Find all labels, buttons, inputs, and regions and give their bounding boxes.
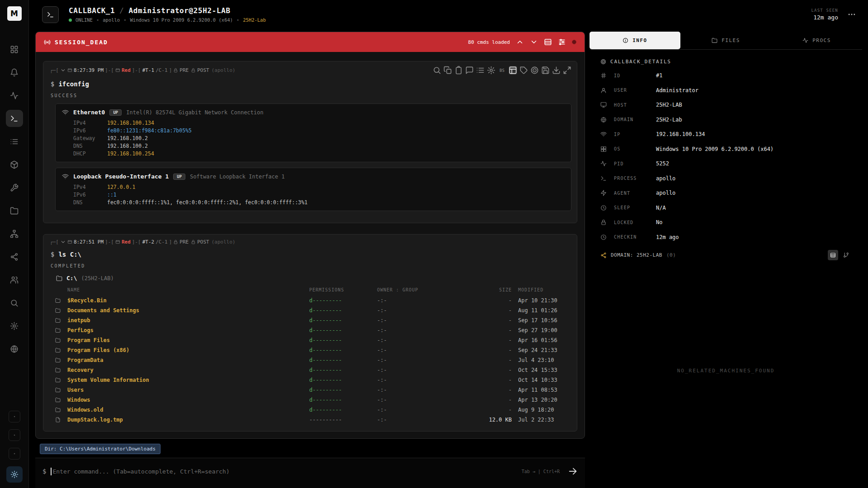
last-seen-label: LAST SEEN [811, 8, 838, 13]
tab-procs[interactable]: PROCS [771, 32, 862, 49]
sidebar-item-terminal[interactable] [6, 110, 23, 127]
file-name: Program Files (x86) [67, 347, 309, 353]
network-interface-card: Ethernet0 UP Intel(R) 82574L Gigabit Net… [55, 103, 571, 162]
bullet-separator: • [96, 17, 99, 23]
file-owner-group: -:- [377, 347, 464, 353]
sidebar-item-notifications[interactable] [6, 64, 23, 81]
sidebar-item-tools[interactable] [6, 179, 23, 196]
sidebar-indicator-3[interactable] [9, 448, 20, 460]
detail-label: USER [614, 88, 656, 93]
sidebar-indicator-2[interactable] [9, 429, 20, 441]
sidebar-item-network[interactable] [6, 340, 23, 357]
file-modified: Jul 4 23:10 [512, 357, 571, 363]
callback-header: CALLBACK_1 / Administrator@25H2-LAB ONLI… [29, 0, 868, 29]
property-label: DNS [73, 143, 107, 149]
folder-icon [55, 298, 61, 303]
sidebar-item-tasks[interactable] [6, 133, 23, 150]
save-toolbar-button[interactable] [541, 66, 550, 75]
search-toolbar-button[interactable] [433, 66, 441, 75]
file-row[interactable]: Documents and Settings d--------- -:- - … [55, 305, 571, 315]
sidebar-item-files[interactable] [6, 202, 23, 219]
sidebar-item-search[interactable] [6, 294, 23, 311]
file-row[interactable]: inetpub d--------- -:- - Sep 17 10:56 [55, 315, 571, 325]
task-block-1: ┌─[ 8:27:39 PM ]-[ Red ]-[ #T-1 /C-1 ] P… [43, 61, 577, 223]
list-toolbar-button[interactable] [476, 66, 485, 75]
detail-label: IP [614, 132, 656, 137]
sidebar-settings-button[interactable] [6, 466, 23, 483]
file-size: - [464, 327, 512, 333]
detail-label: PID [614, 161, 656, 166]
folder-icon [55, 407, 61, 413]
listing-columns: NAME PERMISSIONS OWNER : GROUP SIZE MODI… [55, 286, 571, 296]
clipboard-toolbar-button[interactable] [454, 66, 463, 75]
sidebar-indicator-1[interactable] [9, 411, 20, 422]
pre-hook-label: PRE [179, 67, 189, 73]
sidebar-item-hierarchy[interactable] [6, 225, 23, 242]
sidebar-item-graph[interactable] [6, 248, 23, 265]
filter-button[interactable] [558, 38, 566, 46]
domain-table-view-button[interactable] [828, 250, 838, 260]
online-status-label: ONLINE [75, 17, 93, 23]
file-owner-group: -:- [377, 357, 464, 363]
sidebar-item-settings[interactable] [6, 317, 23, 334]
tab-files[interactable]: FILES [680, 32, 771, 49]
info-icon [623, 38, 628, 43]
file-size: - [464, 367, 512, 373]
header-menu-button[interactable] [847, 10, 856, 19]
target-toolbar-button[interactable] [530, 66, 539, 75]
detail-row-agent: AGENT apollo [600, 186, 851, 201]
sidebar-item-activity[interactable] [6, 87, 23, 104]
sidebar-item-payloads[interactable] [6, 156, 23, 173]
file-owner-group: -:- [377, 317, 464, 324]
domain-graph-view-button[interactable] [841, 250, 851, 260]
collapse-task-button[interactable] [60, 239, 66, 245]
file-row[interactable]: Program Files (x86) d--------- -:- - Sep… [55, 345, 571, 355]
file-permissions: d--------- [309, 387, 377, 393]
task-agent: (apollo) [212, 239, 236, 245]
post-hook-label: POST [197, 67, 209, 73]
file-row[interactable]: Recovery d--------- -:- - Oct 24 15:33 [55, 365, 571, 375]
view-rows-button[interactable] [544, 38, 552, 46]
file-row[interactable]: Windows.old d--------- -:- - Aug 9 18:20 [55, 405, 571, 415]
file-row[interactable]: Windows d--------- -:- - Apr 13 20:20 [55, 395, 571, 405]
tab-info[interactable]: INFO [590, 32, 680, 49]
gear-toolbar-button[interactable] [487, 66, 495, 75]
file-row[interactable]: Users d--------- -:- - Apr 11 08:53 [55, 385, 571, 395]
interface-property: IPv6 ::1 [73, 192, 565, 198]
file-row[interactable]: Program Files d--------- -:- - Apr 16 01… [55, 335, 571, 345]
interface-description: Software Loopback Interface 1 [190, 174, 285, 180]
folder-icon [712, 38, 717, 43]
lock-icon [191, 239, 196, 244]
git-branch-icon [843, 252, 849, 258]
download-toolbar-button[interactable] [552, 66, 561, 75]
tag-toolbar-button[interactable] [519, 66, 528, 75]
sidebar-bottom [6, 411, 23, 483]
sidebar-item-dashboard[interactable] [6, 41, 23, 58]
file-row[interactable]: System Volume Information d--------- -:-… [55, 375, 571, 385]
file-row[interactable]: PerfLogs d--------- -:- - Sep 27 19:00 [55, 325, 571, 335]
table-toolbar-button[interactable] [509, 66, 517, 75]
detail-label: HOST [614, 103, 656, 108]
task-toolbar: BS [433, 66, 571, 75]
scroll-down-button[interactable] [530, 38, 538, 46]
file-modified: Apr 16 01:56 [512, 337, 571, 343]
copy-toolbar-button[interactable] [443, 66, 452, 75]
app-logo: M [7, 6, 22, 21]
collapse-task-button[interactable] [60, 67, 66, 73]
folder-icon [55, 377, 61, 383]
file-row[interactable]: ProgramData d--------- -:- - Jul 4 23:10 [55, 355, 571, 365]
file-size: - [464, 377, 512, 383]
bs-toolbar-button[interactable]: BS [498, 66, 506, 75]
send-command-button[interactable] [568, 466, 578, 476]
frame-close: ] [169, 67, 172, 73]
scroll-up-button[interactable] [516, 38, 524, 46]
file-row[interactable]: $Recycle.Bin d--------- -:- - Apr 10 21:… [55, 296, 571, 305]
comment-toolbar-button[interactable] [465, 66, 474, 75]
terminal-scrollback[interactable]: ┌─[ 8:27:39 PM ]-[ Red ]-[ #T-1 /C-1 ] P… [36, 52, 585, 438]
activity-icon [10, 91, 19, 100]
hierarchy-icon [10, 230, 19, 238]
sidebar-item-operators[interactable] [6, 271, 23, 288]
expand-toolbar-button[interactable] [563, 66, 571, 75]
command-input[interactable] [52, 468, 521, 475]
file-row[interactable]: DumpStack.log.tmp ---------- -:- 12.0 KB… [55, 415, 571, 425]
